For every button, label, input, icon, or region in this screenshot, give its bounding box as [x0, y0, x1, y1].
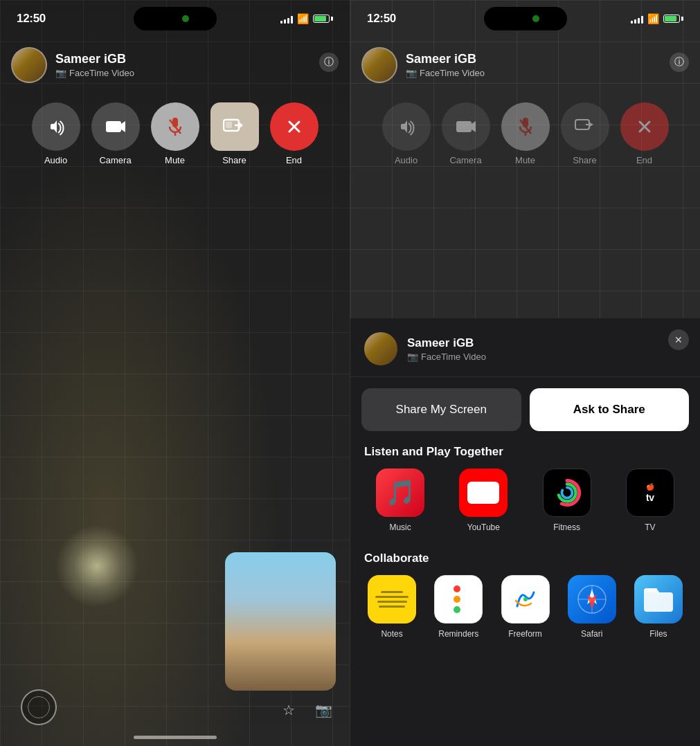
star-icon-left[interactable]: ☆: [276, 698, 301, 722]
contact-info-left: Sameer iGB 📷 FaceTime Video: [55, 52, 134, 78]
app-item-files[interactable]: Files: [625, 575, 692, 639]
share-my-screen-button[interactable]: Share My Screen: [361, 388, 521, 431]
camera-indicator-left: [182, 15, 189, 22]
signal-bars-left: [280, 14, 293, 24]
audio-button-right[interactable]: Audio: [382, 102, 431, 165]
apple-tv-text: tv: [646, 492, 654, 503]
fitness-app-label: Fitness: [553, 522, 580, 532]
camera-preview-left: [225, 552, 336, 691]
collaborate-section-title: Collaborate: [364, 549, 686, 575]
youtube-app-icon: [459, 468, 508, 517]
listen-section-title: Listen and Play Together: [350, 442, 700, 468]
camera-indicator-right: [532, 15, 539, 22]
wifi-icon-right: 📶: [647, 13, 659, 24]
app-item-safari[interactable]: Safari: [559, 575, 625, 639]
status-icons-left: 📶: [280, 13, 333, 24]
freeform-app-icon: [501, 575, 550, 624]
audio-button-left[interactable]: Audio: [32, 102, 80, 165]
mute-circle-left: [151, 102, 199, 151]
signal-bar-2: [284, 19, 286, 24]
app-item-freeform[interactable]: Freeform: [492, 575, 558, 639]
camera-circle-right: [442, 102, 490, 151]
svg-rect-6: [226, 122, 232, 128]
end-button-left[interactable]: End: [270, 102, 318, 165]
share-label-right: Share: [573, 155, 597, 165]
mute-button-left[interactable]: Mute: [151, 102, 199, 165]
call-type-right: 📷 FaceTime Video: [406, 68, 485, 78]
camera-circle-left: [91, 102, 140, 151]
mute-label-right: Mute: [515, 155, 535, 165]
info-button-right[interactable]: ⓘ: [670, 53, 689, 72]
app-item-tv[interactable]: 🍎 tv TV: [609, 468, 692, 532]
files-app-label: Files: [649, 629, 667, 639]
bottom-icons-left: ☆ 📷: [276, 698, 336, 722]
share-camera-icon: 📷: [407, 352, 418, 362]
end-circle-left: [270, 102, 318, 151]
svg-rect-9: [456, 121, 472, 132]
files-app-icon: [634, 575, 683, 624]
signal-bar-r3: [638, 18, 640, 24]
share-action-buttons: Share My Screen Ask to Share: [350, 377, 700, 442]
signal-bars-right: [631, 14, 643, 24]
contact-name-right: Sameer iGB: [406, 52, 485, 66]
svg-marker-1: [121, 121, 125, 132]
share-button-right[interactable]: Share: [561, 102, 609, 165]
share-contact-info: Sameer iGB 📷 FaceTime Video: [407, 336, 686, 362]
call-info-right: Sameer iGB 📷 FaceTime Video: [361, 47, 485, 83]
app-item-notes[interactable]: Notes: [359, 575, 425, 639]
camera-icon-left: 📷: [55, 68, 66, 78]
app-item-reminders[interactable]: Reminders: [425, 575, 492, 639]
info-button-left[interactable]: ⓘ: [319, 53, 339, 72]
end-button-right[interactable]: End: [620, 102, 669, 165]
share-circle-right: [561, 102, 609, 151]
light-bloom: [55, 525, 138, 608]
freeform-app-label: Freeform: [508, 629, 542, 639]
safari-app-icon: [568, 575, 616, 624]
contact-name-left: Sameer iGB: [55, 52, 134, 66]
svg-point-19: [562, 487, 572, 498]
share-sheet-close-button[interactable]: ✕: [668, 329, 689, 350]
camera-label-right: Camera: [449, 155, 481, 165]
battery-icon-left: [313, 15, 333, 23]
share-label-left: Share: [222, 155, 246, 165]
notes-app-icon: [368, 575, 416, 624]
share-avatar: [364, 332, 397, 365]
avatar-right: [361, 47, 397, 83]
notes-app-label: Notes: [381, 629, 402, 639]
dynamic-island-left: [134, 7, 217, 30]
ask-to-share-button[interactable]: Ask to Share: [530, 388, 690, 431]
app-item-fitness[interactable]: Fitness: [526, 468, 609, 532]
signal-bar-4: [291, 16, 293, 24]
dynamic-island-right: [484, 7, 567, 30]
music-app-label: Music: [389, 522, 411, 532]
status-time-right: 12:50: [367, 12, 396, 26]
app-item-music[interactable]: 🎵 Music: [359, 468, 442, 532]
app-item-youtube[interactable]: YouTube: [442, 468, 525, 532]
svg-point-20: [523, 597, 528, 601]
wifi-icon-left: 📶: [297, 13, 309, 24]
fitness-app-icon: [543, 468, 591, 517]
collaborate-apps-row: Notes Reminders: [350, 575, 700, 639]
camera-flip-icon-left[interactable]: 📷: [311, 698, 336, 722]
camera-button-left[interactable]: Camera: [91, 102, 140, 165]
signal-bar-r1: [631, 21, 633, 24]
controls-left: Audio Camera Mute: [0, 102, 350, 165]
safari-app-label: Safari: [581, 629, 602, 639]
home-button-left[interactable]: [21, 689, 57, 725]
avatar-left: [11, 47, 47, 83]
avatar-image-right: [363, 48, 396, 82]
signal-bar-3: [287, 18, 289, 24]
share-button-left[interactable]: Share: [210, 102, 259, 165]
call-type-left: 📷 FaceTime Video: [55, 68, 134, 78]
youtube-app-label: YouTube: [467, 522, 500, 532]
camera-button-right[interactable]: Camera: [442, 102, 490, 165]
signal-bar-1: [280, 21, 282, 24]
mute-button-right[interactable]: Mute: [501, 102, 550, 165]
audio-label-right: Audio: [395, 155, 418, 165]
camera-icon-right: 📷: [406, 68, 417, 78]
svg-rect-0: [106, 121, 121, 132]
svg-marker-10: [472, 121, 476, 132]
collaborate-section: Collaborate: [350, 543, 700, 575]
controls-right: Audio Camera Mute: [350, 102, 700, 165]
tv-app-icon: 🍎 tv: [626, 468, 674, 517]
